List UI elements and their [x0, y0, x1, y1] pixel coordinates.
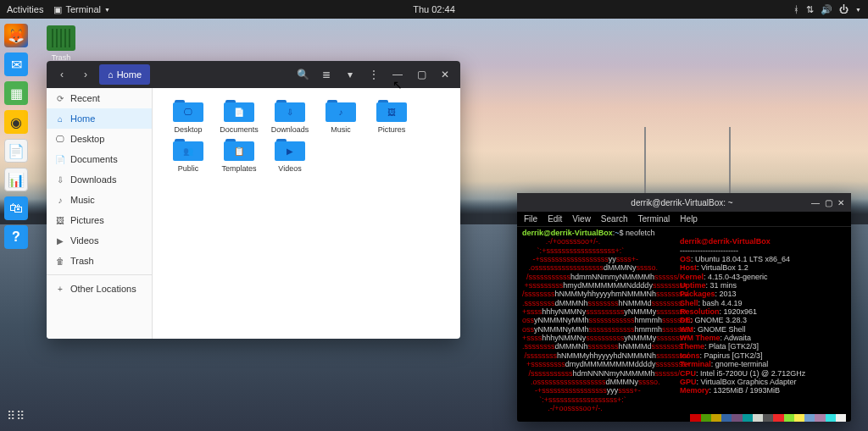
sidebar-icon: ♪ [55, 196, 65, 205]
folder-icon: ▶ [275, 146, 305, 156]
menu-search[interactable]: Search [601, 214, 628, 224]
sidebar-icon: ⟳ [55, 94, 65, 103]
sidebar-icon: ⇩ [55, 175, 65, 185]
sidebar-icon: 🗑 [55, 257, 65, 266]
fm-folder-grid: 🖵Desktop📄Documents⇩Downloads♪Music🖼Pictu… [153, 88, 460, 339]
maximize-button[interactable]: ▢ [411, 64, 431, 85]
maximize-button[interactable]: ▢ [825, 198, 832, 207]
dock-shop[interactable]: 🛍 [4, 196, 28, 220]
folder-downloads[interactable]: ⇩Downloads [264, 98, 315, 134]
bluetooth-icon[interactable]: ᚼ [793, 4, 799, 14]
folder-icon: 🖵 [173, 108, 203, 117]
clock[interactable]: Thu 02:44 [413, 4, 455, 14]
sidebar-icon: 🖼 [55, 216, 65, 225]
terminal-window: derrik@derrik-VirtualBox: ~ — ▢ ✕ FileEd… [517, 193, 851, 422]
folder-icon: 👥 [173, 146, 203, 156]
menu-help[interactable]: Help [680, 214, 698, 224]
folder-pictures[interactable]: 🖼Pictures [366, 98, 417, 134]
folder-public[interactable]: 👥Public [163, 137, 214, 173]
close-button[interactable]: ✕ [837, 198, 844, 207]
sidebar-item-videos[interactable]: ▶Videos [47, 230, 152, 251]
sidebar-icon: ▶ [55, 236, 65, 246]
gnome-dock: 🦊 ✉ ▦ ◉ 📄 📊 🛍 ? ⠿⠿ [0, 19, 32, 431]
folder-icon: 📋 [224, 146, 254, 156]
gnome-topbar: Activities ▣ Terminal ▼ Thu 02:44 ᚼ ⇅ 🔊 … [0, 0, 868, 19]
show-applications[interactable]: ⠿⠿ [7, 409, 25, 423]
term-title: derrik@derrik-VirtualBox: ~ [559, 198, 804, 207]
dock-firefox[interactable]: 🦊 [4, 24, 28, 47]
minimize-button[interactable]: — [387, 64, 408, 85]
dock-software[interactable]: ▦ [4, 81, 28, 105]
chevron-down-icon: ▼ [104, 7, 110, 13]
folder-icon: 🖼 [376, 108, 407, 117]
terminal-icon: ▣ [53, 4, 62, 15]
back-button[interactable]: ‹ [52, 64, 72, 85]
dock-office1[interactable]: 📄 [4, 139, 28, 163]
view-dropdown[interactable]: ▾ [340, 64, 360, 85]
menu-edit[interactable]: Edit [548, 214, 562, 224]
folder-icon: ⇩ [275, 108, 305, 117]
dock-chat[interactable]: ✉ [4, 52, 28, 76]
hamburger-menu[interactable]: ⋮ [364, 64, 384, 85]
folder-videos[interactable]: ▶Videos [264, 137, 315, 173]
sidebar-item-downloads[interactable]: ⇩Downloads [47, 169, 152, 190]
minimize-button[interactable]: — [811, 198, 820, 207]
term-titlebar: derrik@derrik-VirtualBox: ~ — ▢ ✕ [517, 193, 851, 212]
folder-templates[interactable]: 📋Templates [214, 137, 264, 173]
term-content[interactable]: derrik@derrik-VirtualBox:~$ neofetch .-/… [517, 227, 851, 422]
trash-icon [47, 25, 75, 51]
sidebar-item-home[interactable]: ⌂Home [47, 108, 152, 129]
fm-headerbar: ‹ › ⌂ Home 🔍 ≣ ▾ ⋮ — ▢ ✕ [47, 61, 460, 88]
sidebar-icon: ⌂ [55, 114, 65, 124]
power-icon[interactable]: ⏻ [839, 4, 849, 14]
folder-icon: 📄 [224, 108, 254, 117]
path-bar[interactable]: ⌂ Home [99, 64, 150, 85]
forward-button[interactable]: › [75, 64, 96, 85]
sidebar-item-desktop[interactable]: 🖵Desktop [47, 129, 152, 149]
network-icon[interactable]: ⇅ [806, 4, 814, 15]
chevron-down-icon[interactable]: ▼ [855, 7, 861, 13]
folder-icon: ♪ [326, 108, 356, 117]
file-manager-window: ‹ › ⌂ Home 🔍 ≣ ▾ ⋮ — ▢ ✕ ⟳Recent⌂Home🖵De… [47, 61, 460, 339]
menu-terminal[interactable]: Terminal [638, 214, 670, 224]
desktop-trash[interactable]: Trash [47, 25, 75, 62]
volume-icon[interactable]: 🔊 [821, 4, 832, 15]
folder-desktop[interactable]: 🖵Desktop [163, 98, 214, 134]
sidebar-item-trash[interactable]: 🗑Trash [47, 251, 152, 271]
sidebar-icon: 📄 [55, 155, 65, 164]
close-button[interactable]: ✕ [435, 64, 455, 85]
term-menubar: FileEditViewSearchTerminalHelp [517, 212, 851, 227]
dock-office2[interactable]: 📊 [4, 168, 28, 191]
menu-view[interactable]: View [572, 214, 591, 224]
sidebar-item-music[interactable]: ♪Music [47, 190, 152, 210]
fm-sidebar: ⟳Recent⌂Home🖵Desktop📄Documents⇩Downloads… [47, 88, 153, 339]
search-button[interactable]: 🔍 [292, 64, 313, 85]
app-menu[interactable]: ▣ Terminal ▼ [53, 4, 110, 15]
folder-music[interactable]: ♪Music [315, 98, 366, 134]
dock-rhythmbox[interactable]: ◉ [4, 110, 28, 134]
sidebar-icon: 🖵 [55, 135, 65, 144]
sidebar-item-other-locations[interactable]: +Other Locations [47, 279, 152, 299]
sidebar-item-recent[interactable]: ⟳Recent [47, 88, 152, 108]
dock-help[interactable]: ? [4, 225, 28, 249]
activities-button[interactable]: Activities [7, 4, 43, 14]
sidebar-item-documents[interactable]: 📄Documents [47, 149, 152, 169]
view-toggle-button[interactable]: ≣ [316, 64, 337, 85]
menu-file[interactable]: File [524, 214, 537, 224]
home-icon: ⌂ [108, 69, 114, 80]
sidebar-icon: + [55, 285, 65, 294]
sidebar-item-pictures[interactable]: 🖼Pictures [47, 210, 152, 230]
folder-documents[interactable]: 📄Documents [214, 98, 264, 134]
